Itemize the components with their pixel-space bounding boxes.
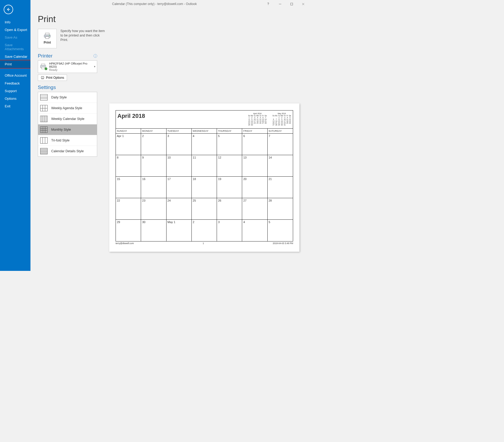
nav-print[interactable]: Print <box>0 60 30 68</box>
day-cell: 4 <box>242 220 267 241</box>
svg-rect-7 <box>46 37 49 39</box>
day-cell: May 1 <box>167 220 192 241</box>
day-cell: 10 <box>167 155 192 176</box>
maximize-button[interactable] <box>286 0 297 8</box>
day-cell: 9 <box>141 155 166 176</box>
page-title: Print <box>38 14 309 24</box>
dow-row: SUNDAYMONDAYTUESDAYWEDNESDAYTHURSDAYFRID… <box>116 129 293 134</box>
dow-cell: THURSDAY <box>217 129 242 133</box>
svg-point-8 <box>49 35 50 36</box>
printer-device-icon: ✓ <box>40 64 47 70</box>
print-options-button[interactable]: Print Options <box>38 75 67 81</box>
print-description: Specify how you want the item to be prin… <box>60 29 105 42</box>
day-cell: 25 <box>192 198 217 219</box>
day-cell: 4 <box>192 134 217 155</box>
style-trifold[interactable]: Tri-fold Style <box>38 135 97 146</box>
dow-cell: SUNDAY <box>116 129 141 133</box>
day-cell: 5 <box>268 220 293 241</box>
print-options-icon <box>41 76 44 79</box>
style-weekly-agenda-icon <box>40 105 48 111</box>
day-cell: 3 <box>167 134 192 155</box>
nav-save-as: Save As <box>0 34 30 41</box>
footer-datetime: 2018-04-03 3:48 PM <box>273 242 293 245</box>
style-daily-icon <box>40 94 48 101</box>
day-cell: 16 <box>141 177 166 198</box>
style-weekly-calendar[interactable]: Weekly Calendar Style <box>38 113 97 124</box>
printer-heading: Printer i <box>38 53 97 59</box>
nav-label: Info <box>5 20 11 24</box>
style-label: Daily Style <box>51 96 67 99</box>
calendar-title: April 2018 <box>117 113 145 119</box>
style-weekly-agenda[interactable]: Weekly Agenda Style <box>38 103 97 113</box>
print-options-label: Print Options <box>46 76 64 80</box>
chevron-down-icon: ▼ <box>93 65 96 68</box>
nav-support[interactable]: Support <box>0 87 30 95</box>
day-cell: 26 <box>217 198 242 219</box>
style-daily[interactable]: Daily Style <box>38 92 97 103</box>
nav-label: Options <box>5 97 17 101</box>
day-cell: 3 <box>217 220 242 241</box>
print-button[interactable]: Print <box>38 29 57 48</box>
dow-cell: WEDNESDAY <box>192 129 217 133</box>
nav-label: Save Calendar <box>5 55 27 59</box>
week-row: Apr 1234567 <box>116 134 293 155</box>
help-button[interactable]: ? <box>264 0 272 8</box>
day-cell: 13 <box>242 155 267 176</box>
nav-exit[interactable]: Exit <box>0 102 30 110</box>
back-button[interactable] <box>4 5 13 14</box>
nav-label: Support <box>5 89 17 93</box>
printer-status: Ready <box>49 68 95 71</box>
nav-label: Save Attachments <box>5 43 24 51</box>
nav-label: Open & Export <box>5 28 27 32</box>
day-cell: 21 <box>268 177 293 198</box>
printer-heading-label: Printer <box>38 53 53 59</box>
day-cell: 12 <box>217 155 242 176</box>
dow-cell: MONDAY <box>141 129 166 133</box>
style-label: Weekly Agenda Style <box>51 106 82 110</box>
print-hero: Print Specify how you want the item to b… <box>38 29 309 48</box>
day-cell: 29 <box>116 220 141 241</box>
print-preview: April 2018 April 2018SuMoTuWeThFrSa12345… <box>109 103 299 252</box>
dow-cell: TUESDAY <box>167 129 192 133</box>
day-cell: 5 <box>217 134 242 155</box>
week-row: 2930May 12345 <box>116 220 293 241</box>
nav-save-calendar[interactable]: Save Calendar <box>0 53 30 60</box>
nav-feedback[interactable]: Feedback <box>0 80 30 87</box>
mini-calendar: May 2018SuMoTuWeThFrSa123456789101112131… <box>272 113 291 126</box>
day-cell: 15 <box>116 177 141 198</box>
day-cell: 19 <box>217 177 242 198</box>
calendar-footer: terry@diswell.com 1 2018-04-03 3:48 PM <box>116 242 293 245</box>
day-cell: 6 <box>242 134 267 155</box>
style-label: Monthly Style <box>51 128 71 131</box>
day-cell: 18 <box>192 177 217 198</box>
mini-cal-title: April 2018 <box>248 113 267 114</box>
day-cell: 2 <box>141 134 166 155</box>
mini-calendars: April 2018SuMoTuWeThFrSa1234567891011121… <box>248 113 291 126</box>
style-calendar-details[interactable]: Calendar Details Style <box>38 146 97 156</box>
minimize-button[interactable] <box>274 0 286 8</box>
day-cell: 17 <box>167 177 192 198</box>
style-list: Daily Style Weekly Agenda Style Weekly C… <box>38 92 97 157</box>
nav-label: Print <box>5 62 12 66</box>
day-cell: 27 <box>242 198 267 219</box>
info-icon[interactable]: i <box>93 54 97 58</box>
day-cell: 8 <box>116 155 141 176</box>
day-cell: 30 <box>141 220 166 241</box>
nav-save-attachments: Save Attachments <box>0 41 30 53</box>
nav-open-export[interactable]: Open & Export <box>0 26 30 34</box>
day-cell: 28 <box>268 198 293 219</box>
nav-office-account[interactable]: Office Account <box>0 72 30 80</box>
footer-page: 1 <box>203 242 204 245</box>
style-monthly[interactable]: Monthly Style <box>38 124 97 135</box>
close-button[interactable] <box>297 0 309 8</box>
svg-rect-13 <box>42 76 44 77</box>
day-cell: 23 <box>141 198 166 219</box>
window-controls <box>274 0 309 8</box>
nav-info[interactable]: Info <box>0 18 30 26</box>
day-cell: 7 <box>268 134 293 155</box>
calendar-header: April 2018 April 2018SuMoTuWeThFrSa12345… <box>116 110 293 129</box>
window-title: Calendar (This computer only) - terry@di… <box>112 2 197 6</box>
style-trifold-icon <box>40 137 48 144</box>
printer-select[interactable]: ✓ HPA2F9A2 (HP Officejet Pro 8620) Ready… <box>38 60 97 73</box>
nav-options[interactable]: Options <box>0 95 30 102</box>
